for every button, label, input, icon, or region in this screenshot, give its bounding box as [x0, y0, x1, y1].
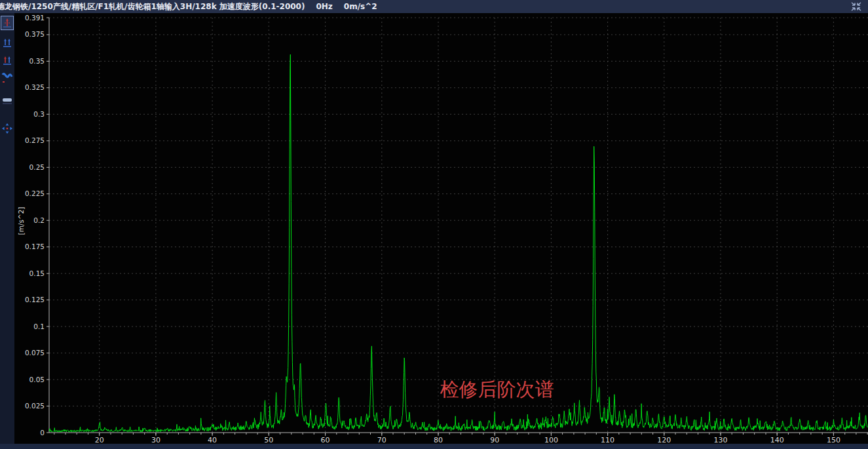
amplitude-readout: 0m/s^2 [344, 2, 377, 11]
svg-text:20: 20 [95, 436, 104, 444]
freq-readout: 0Hz [316, 2, 332, 11]
svg-text:80: 80 [434, 436, 443, 444]
tick-marks [47, 18, 867, 436]
svg-text:30: 30 [151, 436, 160, 444]
harmonic-cursor-tool-button[interactable] [1, 53, 14, 68]
svg-text:0.325: 0.325 [25, 83, 45, 91]
svg-text:0.2: 0.2 [33, 216, 45, 224]
svg-text:0.125: 0.125 [25, 296, 45, 303]
svg-text:140: 140 [770, 436, 784, 444]
svg-text:40: 40 [208, 436, 217, 444]
svg-text:0.05: 0.05 [29, 376, 45, 383]
svg-text:0.075: 0.075 [25, 349, 45, 357]
svg-text:0: 0 [40, 429, 45, 437]
axes [49, 18, 868, 433]
four-way-arrow-icon [1, 123, 13, 134]
svg-text:120: 120 [657, 436, 671, 444]
tick-labels: 00.0250.050.0750.10.1250.150.1750.20.225… [25, 14, 840, 444]
pan-tool-button[interactable] [1, 121, 14, 136]
spectrum-chart[interactable]: 00.0250.050.0750.10.1250.150.1750.20.225… [14, 13, 868, 446]
svg-text:0.225: 0.225 [25, 189, 45, 197]
single-cursor-tool-button[interactable] [1, 16, 14, 30]
waveform-tool-button[interactable] [1, 69, 14, 84]
spectrum-chart-svg[interactable]: 00.0250.050.0750.10.1250.150.1750.20.225… [14, 13, 868, 444]
svg-text:90: 90 [490, 436, 499, 444]
svg-text:100: 100 [544, 436, 558, 444]
waveform-title: 德龙钢铁/1250产线/精轧区/F1轧机/齿轮箱1轴输入3H/128k 加速度波… [0, 1, 305, 12]
blue-bar-icon [1, 96, 13, 106]
svg-text:70: 70 [377, 436, 387, 444]
red-blue-arrows-icon [2, 54, 12, 66]
collapse-arrows-icon [850, 1, 862, 12]
double-cursor-tool-button[interactable] [1, 35, 14, 50]
svg-text:0.15: 0.15 [29, 269, 45, 277]
gridlines [49, 18, 868, 433]
svg-text:50: 50 [264, 436, 273, 444]
app-titlebar: 德龙钢铁/1250产线/精轧区/F1轧机/齿轮箱1轴输入3H/128k 加速度波… [0, 0, 868, 13]
toolbar-sidebar [0, 13, 14, 444]
svg-text:0.35: 0.35 [29, 57, 45, 65]
svg-text:110: 110 [601, 436, 614, 444]
spectrum-trace [49, 54, 868, 432]
band-marker-tool-button[interactable] [1, 94, 14, 108]
svg-text:0.275: 0.275 [25, 136, 45, 144]
blue-wave-icon [1, 69, 13, 84]
svg-text:150: 150 [827, 436, 840, 444]
svg-text:60: 60 [321, 436, 330, 444]
svg-text:0.3: 0.3 [33, 110, 45, 118]
y-axis-unit-label: [m/s^2] [17, 207, 25, 235]
svg-text:0.025: 0.025 [25, 402, 45, 410]
svg-text:0.25: 0.25 [29, 163, 45, 171]
svg-text:0.375: 0.375 [25, 30, 45, 38]
svg-text:0.1: 0.1 [33, 322, 45, 330]
collapse-button[interactable] [848, 1, 864, 12]
svg-text:0.391: 0.391 [25, 14, 45, 22]
annotation-label: 检修后阶次谱 [440, 378, 554, 400]
double-blue-arrows-icon [2, 37, 12, 49]
bottom-status-strip [0, 444, 868, 449]
red-peak-cursor-icon [2, 17, 12, 29]
svg-text:0.175: 0.175 [25, 243, 45, 250]
svg-text:130: 130 [714, 436, 728, 444]
